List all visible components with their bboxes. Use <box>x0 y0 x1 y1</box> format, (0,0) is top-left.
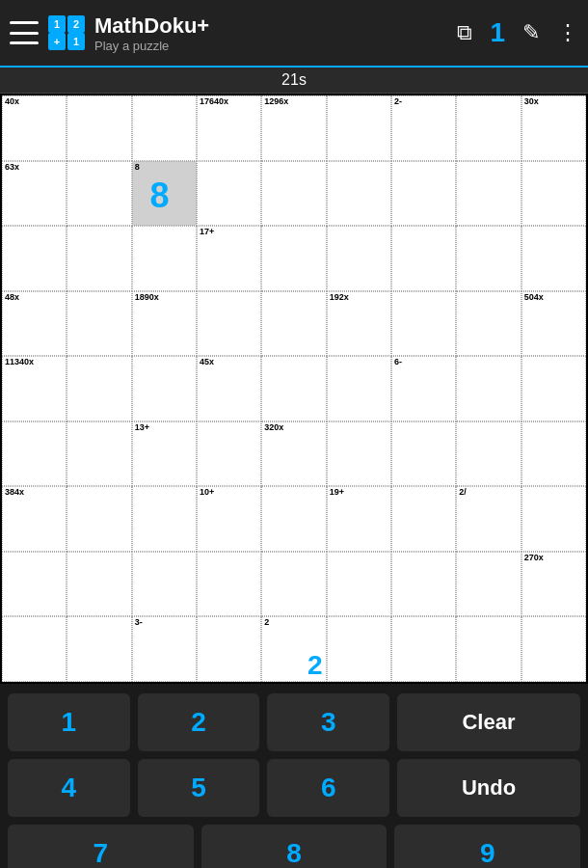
key-1[interactable]: 1 <box>8 693 130 751</box>
cell-r7-c2[interactable] <box>67 486 131 552</box>
cell-r6-c5[interactable]: 320x <box>261 421 326 487</box>
clear-button[interactable]: Clear <box>397 693 580 751</box>
cell-r9-c4[interactable] <box>197 616 261 682</box>
undo-button[interactable]: Undo <box>397 759 580 817</box>
cell-r6-c9[interactable] <box>521 421 586 487</box>
grid[interactable]: 40x17640x1296x2-30x63x8817+48x1890x192x5… <box>0 94 588 684</box>
key-8[interactable]: 8 <box>201 825 388 868</box>
key-6[interactable]: 6 <box>267 759 389 817</box>
key-3[interactable]: 3 <box>267 693 389 751</box>
menu-button[interactable] <box>10 21 39 44</box>
key-5[interactable]: 5 <box>138 759 260 817</box>
cell-r1-c4[interactable]: 17640x <box>197 95 261 161</box>
cell-r3-c1[interactable] <box>2 226 67 291</box>
cell-r8-c5[interactable] <box>261 552 326 617</box>
cell-r3-c6[interactable] <box>327 226 391 291</box>
cell-r1-c9[interactable]: 30x <box>521 95 586 161</box>
cell-r9-c6[interactable] <box>327 616 391 682</box>
cell-r5-c4[interactable]: 45x <box>197 356 261 421</box>
cell-r4-c8[interactable] <box>456 291 521 357</box>
cell-r1-c6[interactable] <box>327 95 391 161</box>
key-7[interactable]: 7 <box>8 825 194 868</box>
cell-r6-c1[interactable] <box>2 421 67 487</box>
cell-r5-c9[interactable] <box>521 356 586 421</box>
cell-r4-c6[interactable]: 192x <box>327 291 391 357</box>
cell-r1-c8[interactable] <box>456 95 521 161</box>
cell-r8-c7[interactable] <box>391 552 456 617</box>
cell-r6-c6[interactable] <box>327 421 391 487</box>
cell-r3-c4[interactable]: 17+ <box>197 226 261 291</box>
cell-r5-c7[interactable]: 6- <box>391 356 456 421</box>
cell-r2-c5[interactable] <box>261 161 326 227</box>
cell-r7-c4[interactable]: 10+ <box>197 486 261 552</box>
cell-r2-c9[interactable] <box>521 161 586 227</box>
cell-r2-c6[interactable] <box>327 161 391 227</box>
cell-r4-c2[interactable] <box>67 291 131 357</box>
cell-r6-c4[interactable] <box>197 421 261 487</box>
cell-r5-c6[interactable] <box>327 356 391 421</box>
cell-r1-c3[interactable] <box>132 95 197 161</box>
cell-r3-c9[interactable] <box>521 226 586 291</box>
key-9[interactable]: 9 <box>394 825 580 868</box>
cell-r7-c3[interactable] <box>132 486 197 552</box>
cell-r9-c8[interactable] <box>456 616 521 682</box>
cell-r8-c4[interactable] <box>197 552 261 617</box>
cell-r9-c7[interactable] <box>391 616 456 682</box>
cell-r6-c2[interactable] <box>67 421 131 487</box>
copy-icon[interactable]: ⧉ <box>457 20 472 45</box>
cell-r2-c3[interactable]: 88 <box>132 161 197 227</box>
cell-r8-c1[interactable] <box>2 552 67 617</box>
cell-r9-c3[interactable]: 3- <box>132 616 197 682</box>
cell-r2-c7[interactable] <box>391 161 456 227</box>
key-2[interactable]: 2 <box>138 693 260 751</box>
cell-r4-c1[interactable]: 48x <box>2 291 67 357</box>
pencil-icon[interactable]: ✎ <box>522 20 540 45</box>
cell-r8-c2[interactable] <box>67 552 131 617</box>
cell-r3-c7[interactable] <box>391 226 456 291</box>
cell-r3-c8[interactable] <box>456 226 521 291</box>
clue-r1-c9: 30x <box>524 97 539 107</box>
cell-r5-c3[interactable] <box>132 356 197 421</box>
cell-r4-c5[interactable] <box>261 291 326 357</box>
cell-r2-c1[interactable]: 63x <box>2 161 67 227</box>
cell-r4-c4[interactable] <box>197 291 261 357</box>
cell-r3-c3[interactable] <box>132 226 197 291</box>
cell-r5-c2[interactable] <box>67 356 131 421</box>
cell-r4-c9[interactable]: 504x <box>521 291 586 357</box>
cell-r6-c8[interactable] <box>456 421 521 487</box>
cell-r5-c5[interactable] <box>261 356 326 421</box>
cell-r9-c9[interactable] <box>521 616 586 682</box>
cell-r3-c2[interactable] <box>67 226 131 291</box>
cell-r5-c1[interactable]: 11340x <box>2 356 67 421</box>
cell-r7-c6[interactable]: 19+ <box>327 486 391 552</box>
cell-r7-c1[interactable]: 384x <box>2 486 67 552</box>
cell-r7-c5[interactable] <box>261 486 326 552</box>
cell-r5-c8[interactable] <box>456 356 521 421</box>
cell-r4-c7[interactable] <box>391 291 456 357</box>
cell-r7-c8[interactable]: 2/ <box>456 486 521 552</box>
cell-r7-c7[interactable] <box>391 486 456 552</box>
puzzle-area[interactable]: 40x17640x1296x2-30x63x8817+48x1890x192x5… <box>0 94 588 684</box>
cell-r9-c1[interactable] <box>2 616 67 682</box>
cell-r8-c6[interactable] <box>327 552 391 617</box>
cell-r8-c8[interactable] <box>456 552 521 617</box>
cell-r1-c2[interactable] <box>67 95 131 161</box>
cell-r1-c5[interactable]: 1296x <box>261 95 326 161</box>
cell-r2-c8[interactable] <box>456 161 521 227</box>
key-4[interactable]: 4 <box>8 759 130 817</box>
cell-r1-c1[interactable]: 40x <box>2 95 67 161</box>
cell-r8-c3[interactable] <box>132 552 197 617</box>
cell-r9-c2[interactable] <box>67 616 131 682</box>
cell-r6-c7[interactable] <box>391 421 456 487</box>
cell-r8-c9[interactable]: 270x <box>521 552 586 617</box>
cell-r4-c3[interactable]: 1890x <box>132 291 197 357</box>
logo-cell-3: + <box>48 33 66 50</box>
cell-r6-c3[interactable]: 13+ <box>132 421 197 487</box>
more-options-icon[interactable]: ⋮ <box>557 20 578 45</box>
cell-r9-c5[interactable]: 22 <box>261 616 326 682</box>
cell-r2-c4[interactable] <box>197 161 261 227</box>
cell-r2-c2[interactable] <box>67 161 131 227</box>
cell-r3-c5[interactable] <box>261 226 326 291</box>
cell-r1-c7[interactable]: 2- <box>391 95 456 161</box>
cell-r7-c9[interactable] <box>521 486 586 552</box>
